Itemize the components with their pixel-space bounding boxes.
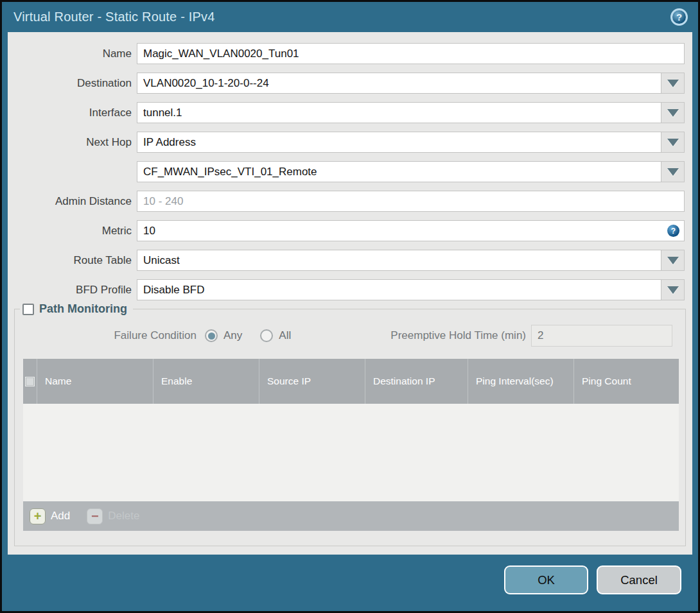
bfd-profile-dropdown-button[interactable] <box>661 279 685 300</box>
chevron-down-icon <box>667 109 679 117</box>
name-label: Name <box>8 47 137 60</box>
dialog-content: Name Destination Interface Next Hop <box>8 32 692 555</box>
table-body-empty <box>23 404 679 501</box>
chevron-down-icon <box>667 286 679 294</box>
interface-input[interactable] <box>137 102 661 123</box>
any-radio-label: Any <box>223 329 242 342</box>
column-header-source-ip[interactable]: Source IP <box>259 359 365 404</box>
column-header-enable[interactable]: Enable <box>153 359 259 404</box>
failure-condition-label: Failure Condition <box>15 329 197 342</box>
form-row-next-hop-address <box>8 161 685 182</box>
metric-help-icon[interactable]: ? <box>667 225 679 237</box>
dialog-titlebar: Virtual Router - Static Route - IPv4 ? <box>2 2 698 32</box>
form-row-destination: Destination <box>8 73 685 94</box>
select-all-checkbox[interactable] <box>25 377 35 386</box>
route-table-label: Route Table <box>8 254 137 267</box>
bfd-profile-input[interactable] <box>137 279 661 300</box>
destination-label: Destination <box>8 77 137 90</box>
minus-icon: − <box>87 508 103 524</box>
metric-input[interactable] <box>137 220 685 241</box>
path-monitoring-table: Name Enable Source IP Destination IP Pin… <box>23 359 679 531</box>
all-radio-label: All <box>279 329 291 342</box>
next-hop-label: Next Hop <box>8 136 137 149</box>
form-row-admin-distance: Admin Distance <box>8 191 685 212</box>
chevron-down-icon <box>667 257 679 264</box>
failure-condition-any-radio[interactable]: Any <box>205 329 242 342</box>
table-header-checkbox-cell <box>23 359 37 404</box>
help-icon[interactable]: ? <box>670 8 688 26</box>
column-header-ping-interval[interactable]: Ping Interval(sec) <box>468 359 574 404</box>
preemptive-hold-input[interactable] <box>531 325 672 347</box>
radio-unselected-icon <box>260 329 273 342</box>
route-table-input[interactable] <box>137 250 661 271</box>
dialog-footer: OK Cancel <box>2 555 698 611</box>
metric-label: Metric <box>8 225 137 237</box>
path-monitoring-legend: Path Monitoring <box>20 302 133 316</box>
delete-button-label: Delete <box>108 510 139 522</box>
form-row-interface: Interface <box>8 102 685 123</box>
form-row-route-table: Route Table <box>8 250 685 271</box>
failure-condition-row: Failure Condition Any All Preemptive Hol… <box>15 325 685 347</box>
static-route-dialog: Virtual Router - Static Route - IPv4 ? N… <box>0 0 700 613</box>
add-button[interactable]: + Add <box>30 508 70 524</box>
interface-label: Interface <box>8 107 137 119</box>
destination-input[interactable] <box>137 73 661 94</box>
interface-dropdown-button[interactable] <box>661 102 685 123</box>
admin-distance-input[interactable] <box>137 191 685 212</box>
form-row-next-hop: Next Hop <box>8 132 685 153</box>
destination-dropdown-button[interactable] <box>661 73 685 94</box>
plus-icon: + <box>30 508 46 524</box>
path-monitoring-section: Path Monitoring Failure Condition Any Al… <box>14 309 686 546</box>
chevron-down-icon <box>667 139 679 146</box>
next-hop-address-dropdown-button[interactable] <box>661 161 685 182</box>
column-header-destination-ip[interactable]: Destination IP <box>365 359 468 404</box>
dialog-title: Virtual Router - Static Route - IPv4 <box>13 10 215 24</box>
radio-selected-icon <box>205 329 218 342</box>
path-monitoring-checkbox[interactable] <box>22 304 34 315</box>
next-hop-dropdown-button[interactable] <box>661 132 685 153</box>
form-row-metric: Metric ? <box>8 220 685 241</box>
form-row-bfd-profile: BFD Profile <box>8 279 685 300</box>
table-header-row: Name Enable Source IP Destination IP Pin… <box>23 359 679 404</box>
chevron-down-icon <box>667 168 679 176</box>
table-toolbar: + Add − Delete <box>23 501 679 531</box>
column-header-name[interactable]: Name <box>37 359 153 404</box>
next-hop-type-input[interactable] <box>137 132 661 153</box>
bfd-profile-label: BFD Profile <box>8 284 137 297</box>
next-hop-address-input[interactable] <box>137 161 661 182</box>
add-button-label: Add <box>51 510 70 522</box>
column-header-ping-count[interactable]: Ping Count <box>574 359 679 404</box>
route-table-dropdown-button[interactable] <box>661 250 685 271</box>
cancel-button[interactable]: Cancel <box>597 566 681 594</box>
chevron-down-icon <box>667 80 679 87</box>
admin-distance-label: Admin Distance <box>8 195 137 208</box>
form-row-name: Name <box>8 43 685 64</box>
preemptive-hold-label: Preemptive Hold Time (min) <box>390 329 526 342</box>
path-monitoring-title: Path Monitoring <box>39 302 127 316</box>
name-input[interactable] <box>137 43 685 64</box>
delete-button[interactable]: − Delete <box>87 508 139 524</box>
failure-condition-all-radio[interactable]: All <box>260 329 291 342</box>
preemptive-hold-group: Preemptive Hold Time (min) <box>390 325 672 347</box>
ok-button[interactable]: OK <box>504 566 588 594</box>
